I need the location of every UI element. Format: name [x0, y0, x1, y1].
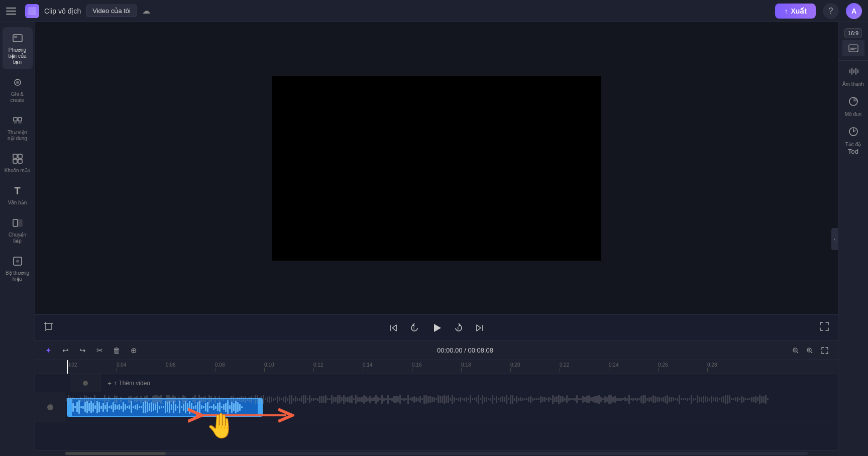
timeline-ruler: 0:02 0:04 0:06 — [35, 360, 838, 374]
timeline-toolbar: ✦ ↩ ↪ ✂ 🗑 ⊕ 00:00.00 / 00:08.08 — [35, 341, 838, 360]
undo-button[interactable]: ↩ — [58, 344, 72, 358]
svg-rect-10 — [13, 159, 17, 163]
background-waveform — [65, 392, 838, 406]
timeline-tracks: + + Thêm video Khiêu vũ động vật hoang d… — [35, 374, 838, 450]
mode-icon — [848, 96, 859, 109]
sidebar-item-brand[interactable]: Bộ thương hiệu — [3, 250, 33, 286]
svg-rect-13 — [18, 219, 22, 226]
sidebar-item-transitions-label: Chuyển tiếp — [5, 232, 31, 244]
sidebar-item-text-label: Văn bản — [8, 200, 27, 206]
right-sidebar: 16:9 Âm thanh — [838, 22, 868, 456]
svg-line-30 — [811, 352, 813, 353]
sidebar-item-brand-label: Bộ thương hiệu — [5, 270, 31, 282]
scrollbar-track — [65, 452, 808, 455]
svg-rect-9 — [18, 154, 22, 158]
audio-icon — [848, 66, 859, 79]
main-area: Phương tiện của bạn Ghi & create Thư v — [0, 22, 868, 456]
record-icon — [11, 75, 25, 89]
cut-button[interactable]: ✂ — [92, 344, 106, 358]
right-panel-speed[interactable]: Tốc độ — [838, 122, 868, 151]
track-dot — [47, 404, 53, 410]
svg-rect-8 — [13, 154, 17, 158]
svg-rect-11 — [18, 159, 22, 163]
svg-marker-22 — [434, 324, 441, 332]
left-sidebar: Phương tiện của bạn Ghi & create Thư v — [0, 22, 35, 456]
sidebar-item-templates[interactable]: Khuôn mẫu — [3, 148, 33, 178]
right-panel-audio[interactable]: Âm thanh — [838, 62, 868, 91]
avatar[interactable]: A — [846, 3, 862, 19]
sidebar-item-library-label: Thư viện nội dung — [5, 130, 31, 142]
zoom-controls — [790, 344, 832, 358]
app-logo — [25, 4, 39, 18]
svg-rect-1 — [14, 36, 17, 38]
menu-button[interactable] — [6, 4, 20, 18]
svg-rect-5 — [18, 118, 22, 121]
fullscreen-button[interactable] — [819, 321, 830, 334]
app-title: Clip vô địch — [44, 7, 81, 15]
svg-line-26 — [797, 352, 799, 353]
add-video-row: + + Thêm video — [35, 374, 838, 392]
mode-label: Mô đun — [845, 111, 861, 117]
timeline-scrollbar[interactable] — [35, 450, 838, 456]
topbar: Clip vô địch Video của tôi ☁ ↑ Xuất ? A — [0, 0, 868, 22]
help-button[interactable]: ? — [823, 3, 839, 19]
sidebar-item-templates-label: Khuôn mẫu — [5, 168, 31, 174]
video-title-input[interactable]: Video của tôi — [86, 5, 137, 17]
media-icon — [11, 31, 25, 45]
speed-label: Tốc độ — [845, 142, 861, 147]
sidebar-item-record-label: Ghi & create — [5, 91, 31, 103]
right-panel-mode[interactable]: Mô đun — [838, 92, 868, 121]
skip-forward-button[interactable] — [471, 319, 489, 337]
zoom-out-button[interactable] — [790, 345, 802, 357]
expand-timeline-button[interactable] — [818, 344, 832, 358]
playhead[interactable] — [67, 360, 68, 374]
magic-tool-button[interactable]: ✦ — [41, 344, 55, 358]
sidebar-item-library[interactable]: Thư viện nội dung — [3, 109, 33, 146]
right-sidebar-collapse-button[interactable]: ‹ — [831, 228, 838, 250]
skip-back-button[interactable] — [384, 319, 402, 337]
svg-rect-7 — [18, 122, 22, 124]
audio-label: Âm thanh — [842, 81, 864, 87]
svg-rect-4 — [14, 118, 17, 121]
svg-rect-16 — [46, 323, 52, 329]
svg-point-3 — [16, 81, 19, 84]
upload-icon: ↑ — [784, 7, 788, 15]
sidebar-item-media-label: Phương tiện của bạn — [5, 47, 31, 65]
center-area: 5 5 — [35, 22, 838, 456]
playback-controls: 5 5 — [35, 314, 838, 340]
add-video-icon: + — [107, 379, 112, 387]
forward-5-button[interactable]: 5 — [450, 319, 468, 337]
templates-icon — [11, 152, 25, 166]
svg-rect-6 — [14, 122, 17, 124]
timeline-area: ✦ ↩ ↪ ✂ 🗑 ⊕ 00:00.00 / 00:08.08 — [35, 340, 838, 456]
ruler-marks: 0:02 0:04 0:06 — [65, 368, 756, 372]
preview-area — [35, 22, 838, 314]
scrollbar-thumb[interactable] — [65, 452, 166, 455]
library-icon — [11, 113, 25, 128]
add-video-button[interactable]: + + Thêm video — [103, 379, 150, 387]
right-top-controls: 16:9 — [838, 26, 868, 61]
sidebar-item-text[interactable]: T Văn bản — [3, 180, 33, 210]
play-button[interactable] — [426, 318, 447, 338]
text-icon: T — [11, 184, 25, 198]
save-frame-button[interactable]: ⊕ — [127, 344, 141, 358]
sidebar-item-transitions[interactable]: Chuyển tiếp — [3, 212, 33, 248]
crop-button[interactable] — [43, 321, 54, 334]
sidebar-item-record[interactable]: Ghi & create — [3, 71, 33, 107]
aspect-ratio-button[interactable]: 16:9 — [844, 28, 862, 38]
track-label-area — [35, 392, 65, 422]
timeline-time-display: 00:00.00 / 00:08.08 — [144, 347, 787, 354]
transitions-icon — [11, 216, 25, 230]
brand-icon — [11, 254, 25, 268]
tod-label: Tod — [838, 148, 868, 155]
svg-text:5: 5 — [457, 327, 459, 330]
delete-button[interactable]: 🗑 — [110, 344, 124, 358]
speed-icon — [848, 126, 859, 140]
cloud-save-icon[interactable]: ☁ — [142, 6, 150, 16]
sidebar-item-media[interactable]: Phương tiện của bạn — [3, 27, 33, 69]
zoom-in-button[interactable] — [804, 345, 816, 357]
rewind-5-button[interactable]: 5 — [405, 319, 423, 337]
redo-button[interactable]: ↪ — [75, 344, 89, 358]
subtitle-button[interactable] — [842, 40, 864, 56]
export-button[interactable]: ↑ Xuất — [775, 4, 816, 19]
